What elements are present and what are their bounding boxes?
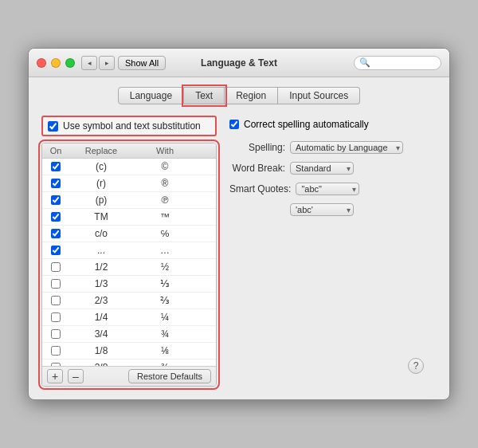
row-with: © bbox=[133, 160, 197, 173]
search-box[interactable]: 🔍 bbox=[354, 56, 441, 70]
row-checkbox[interactable] bbox=[51, 246, 61, 255]
table-footer: + – Restore Defaults bbox=[42, 366, 216, 386]
table-row[interactable]: c/o ℅ bbox=[42, 226, 216, 242]
row-replace: ... bbox=[69, 244, 133, 257]
row-checkbox[interactable] bbox=[51, 162, 61, 171]
row-checkbox-cell[interactable] bbox=[42, 195, 69, 206]
add-row-button[interactable]: + bbox=[47, 369, 63, 383]
row-checkbox[interactable] bbox=[51, 329, 61, 339]
row-checkbox-cell[interactable] bbox=[42, 211, 69, 222]
header-replace: Replace bbox=[69, 146, 133, 155]
row-replace: 2/3 bbox=[69, 294, 133, 307]
row-checkbox-cell[interactable] bbox=[42, 295, 69, 306]
tab-text[interactable]: Text bbox=[184, 87, 225, 104]
smart-quotes-select-wrapper1: "abc" bbox=[296, 183, 359, 195]
titlebar: ◂ ▸ Show All Language & Text 🔍 bbox=[29, 49, 449, 77]
row-checkbox[interactable] bbox=[51, 363, 61, 366]
tab-language[interactable]: Language bbox=[118, 87, 184, 104]
row-checkbox-cell[interactable] bbox=[42, 278, 69, 289]
row-checkbox-cell[interactable] bbox=[42, 161, 69, 172]
correct-spelling-row: Correct spelling automatically bbox=[229, 119, 437, 130]
show-all-button[interactable]: Show All bbox=[118, 56, 166, 70]
row-replace: 1/4 bbox=[69, 311, 133, 324]
table-row[interactable]: 1/2 ½ bbox=[42, 259, 216, 276]
row-replace: 3/4 bbox=[69, 328, 133, 340]
row-with: ℗ bbox=[133, 194, 197, 206]
row-checkbox[interactable] bbox=[51, 262, 61, 272]
header-on: On bbox=[42, 146, 69, 155]
row-checkbox-cell[interactable] bbox=[42, 245, 69, 256]
forward-button[interactable]: ▸ bbox=[99, 56, 115, 70]
row-checkbox[interactable] bbox=[51, 195, 61, 205]
smart-quotes-select1[interactable]: "abc" bbox=[296, 183, 359, 195]
spelling-select[interactable]: Automatic by Language bbox=[290, 141, 403, 154]
row-replace: 1/3 bbox=[69, 277, 133, 290]
help-button[interactable]: ? bbox=[408, 358, 424, 374]
tabs: Language Text Region Input Sources bbox=[41, 87, 437, 104]
tab-input-sources[interactable]: Input Sources bbox=[278, 87, 360, 104]
back-button[interactable]: ◂ bbox=[81, 56, 97, 70]
row-replace: c/o bbox=[69, 227, 133, 240]
row-checkbox[interactable] bbox=[51, 346, 61, 356]
row-with: ™ bbox=[133, 210, 197, 223]
word-break-select[interactable]: Standard bbox=[290, 162, 354, 175]
row-replace: (c) bbox=[69, 160, 133, 173]
row-checkbox-cell[interactable] bbox=[42, 312, 69, 323]
smart-quotes-select2[interactable]: 'abc' bbox=[290, 203, 354, 216]
smart-quotes-row2: 'abc' bbox=[229, 203, 437, 216]
smart-quotes-select-wrapper2: 'abc' bbox=[290, 203, 354, 216]
row-checkbox[interactable] bbox=[51, 179, 61, 188]
table-row[interactable]: TM ™ bbox=[42, 209, 216, 226]
table-row[interactable]: (c) © bbox=[42, 159, 216, 175]
remove-row-button[interactable]: – bbox=[68, 369, 84, 383]
row-checkbox[interactable] bbox=[51, 279, 61, 289]
table-row[interactable]: 3/8 ⅜ bbox=[42, 360, 216, 366]
row-with: ® bbox=[133, 177, 197, 190]
row-checkbox-cell[interactable] bbox=[42, 178, 69, 189]
right-panel: Correct spelling automatically Spelling:… bbox=[229, 116, 437, 387]
smart-quotes-row1: Smart Quotes: "abc" bbox=[229, 183, 437, 195]
word-break-row: Word Break: Standard bbox=[229, 162, 437, 175]
content-area: Language Text Region Input Sources Use s… bbox=[29, 77, 449, 399]
restore-defaults-button[interactable]: Restore Defaults bbox=[128, 369, 211, 383]
table-row[interactable]: 2/3 ⅔ bbox=[42, 293, 216, 309]
row-replace: 1/8 bbox=[69, 344, 133, 357]
tab-region[interactable]: Region bbox=[225, 87, 278, 104]
row-checkbox-cell[interactable] bbox=[42, 345, 69, 356]
correct-spelling-checkbox[interactable] bbox=[229, 120, 239, 129]
search-icon: 🔍 bbox=[359, 57, 370, 68]
row-replace: TM bbox=[69, 210, 133, 223]
table-header: On Replace With bbox=[42, 143, 216, 159]
table-row[interactable]: (r) ® bbox=[42, 175, 216, 192]
row-checkbox-cell[interactable] bbox=[42, 328, 69, 340]
row-with: ¼ bbox=[133, 311, 197, 324]
table-row[interactable]: 3/4 ¾ bbox=[42, 326, 216, 343]
minimize-button[interactable] bbox=[51, 58, 61, 68]
row-checkbox[interactable] bbox=[51, 212, 61, 222]
substitution-table: On Replace With (c) © (r) ® bbox=[41, 143, 217, 387]
row-with: ℅ bbox=[133, 227, 197, 240]
table-row[interactable]: 1/8 ⅛ bbox=[42, 343, 216, 360]
maximize-button[interactable] bbox=[65, 58, 75, 68]
main-window: ◂ ▸ Show All Language & Text 🔍 Language … bbox=[28, 48, 450, 400]
close-button[interactable] bbox=[37, 58, 46, 68]
correct-spelling-label: Correct spelling automatically bbox=[244, 119, 369, 130]
row-checkbox[interactable] bbox=[51, 296, 61, 305]
table-row[interactable]: (p) ℗ bbox=[42, 192, 216, 209]
row-checkbox-cell[interactable] bbox=[42, 261, 69, 273]
row-replace: 1/2 bbox=[69, 261, 133, 273]
header-with: With bbox=[133, 146, 197, 155]
table-row[interactable]: 1/4 ¼ bbox=[42, 309, 216, 326]
use-symbol-checkbox[interactable] bbox=[48, 121, 58, 132]
row-with: ⅔ bbox=[133, 294, 197, 307]
row-checkbox-cell[interactable] bbox=[42, 228, 69, 239]
row-checkbox-cell[interactable] bbox=[42, 362, 69, 366]
row-checkbox[interactable] bbox=[51, 312, 61, 322]
use-symbol-label: Use symbol and text substitution bbox=[63, 120, 201, 132]
spelling-select-wrapper: Automatic by Language bbox=[290, 141, 403, 154]
table-row[interactable]: 1/3 ⅓ bbox=[42, 276, 216, 293]
row-checkbox[interactable] bbox=[51, 229, 61, 238]
table-row[interactable]: ... … bbox=[42, 242, 216, 259]
use-symbol-row: Use symbol and text substitution bbox=[41, 116, 217, 136]
word-break-select-wrapper: Standard bbox=[290, 162, 354, 175]
